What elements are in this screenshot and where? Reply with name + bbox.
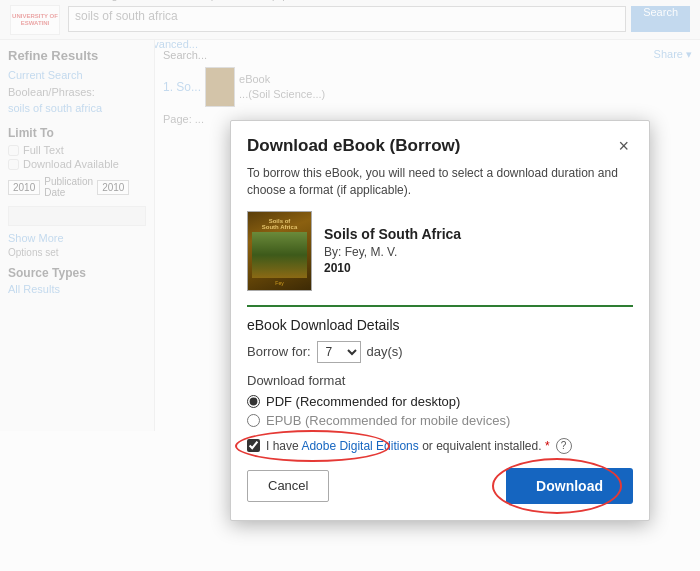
download-btn-wrapper: Download	[506, 468, 633, 504]
section-divider	[247, 305, 633, 307]
epub-radio-row: EPUB (Recommended for mobile devices)	[247, 413, 633, 428]
format-label: Download format	[247, 373, 633, 388]
book-info: Soils ofSouth Africa Fey Soils of South …	[247, 211, 633, 291]
book-cover-title-text: Soils ofSouth Africa	[252, 218, 307, 230]
borrow-days-suffix: day(s)	[367, 344, 403, 359]
book-year: 2010	[324, 261, 461, 275]
epub-label[interactable]: EPUB (Recommended for mobile devices)	[266, 413, 510, 428]
borrow-row: Borrow for: 7 1 2 3 4 5 14 21 day(s)	[247, 341, 633, 363]
close-button[interactable]: ×	[614, 135, 633, 157]
modal-body: To borrow this eBook, you will need to s…	[231, 165, 649, 520]
adobe-digital-editions-link[interactable]: Adobe Digital Editions	[301, 439, 418, 453]
modal-title: Download eBook (Borrow)	[247, 136, 460, 156]
checkbox-row: I have Adobe Digital Editions or equival…	[247, 438, 633, 454]
pdf-radio-row: PDF (Recommended for desktop)	[247, 394, 633, 409]
book-author: By: Fey, M. V.	[324, 245, 461, 259]
borrow-label: Borrow for:	[247, 344, 311, 359]
pdf-label[interactable]: PDF (Recommended for desktop)	[266, 394, 460, 409]
help-icon[interactable]: ?	[556, 438, 572, 454]
checkbox-pre-text: I have	[266, 439, 299, 453]
required-star: *	[545, 439, 550, 453]
book-title: Soils of South Africa	[324, 226, 461, 242]
ade-label[interactable]: I have Adobe Digital Editions or equival…	[266, 439, 550, 453]
modal-description: To borrow this eBook, you will need to s…	[247, 165, 633, 199]
checkbox-post-text: or equivalent installed.	[422, 439, 541, 453]
modal-footer: Cancel Download	[247, 468, 633, 504]
book-cover: Soils ofSouth Africa Fey	[247, 211, 312, 291]
modal-header: Download eBook (Borrow) ×	[231, 121, 649, 165]
book-cover-inner: Soils ofSouth Africa Fey	[248, 212, 311, 290]
ade-checkbox[interactable]	[247, 439, 260, 452]
pdf-radio[interactable]	[247, 395, 260, 408]
book-details: Soils of South Africa By: Fey, M. V. 201…	[324, 211, 461, 291]
book-cover-author: Fey	[252, 280, 307, 286]
details-section-title: eBook Download Details	[247, 317, 633, 333]
epub-radio[interactable]	[247, 414, 260, 427]
borrow-days-select[interactable]: 7 1 2 3 4 5 14 21	[317, 341, 361, 363]
download-modal: Download eBook (Borrow) × To borrow this…	[230, 120, 650, 521]
book-cover-image	[252, 232, 307, 278]
download-button[interactable]: Download	[506, 468, 633, 504]
cancel-button[interactable]: Cancel	[247, 470, 329, 502]
